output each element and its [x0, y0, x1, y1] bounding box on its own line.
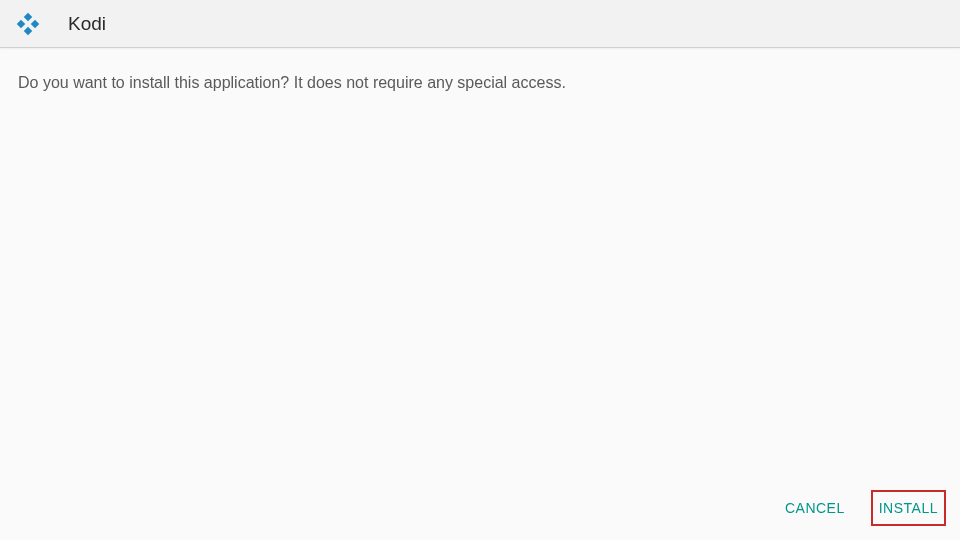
dialog-footer: CANCEL INSTALL	[777, 490, 946, 526]
install-button[interactable]: INSTALL	[871, 490, 946, 526]
svg-rect-2	[31, 19, 39, 27]
app-title: Kodi	[68, 13, 106, 35]
svg-rect-1	[17, 19, 25, 27]
cancel-button[interactable]: CANCEL	[777, 490, 853, 526]
dialog-content: Do you want to install this application?…	[0, 48, 960, 118]
dialog-header: Kodi	[0, 0, 960, 48]
kodi-logo-icon	[16, 12, 40, 36]
svg-rect-0	[24, 12, 32, 20]
install-prompt-text: Do you want to install this application?…	[18, 72, 942, 94]
svg-rect-3	[24, 26, 32, 34]
